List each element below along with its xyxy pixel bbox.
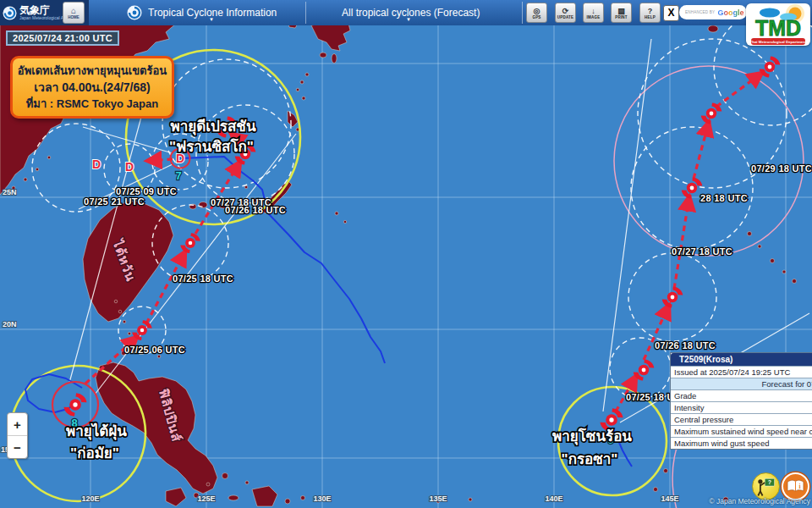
storm-info-forecast-time: Forecast for 07/26 18 UTC <box>671 378 812 389</box>
depression-marker: D <box>92 157 101 171</box>
svg-text:พายุดีเปรสชัน: พายุดีเปรสชัน <box>170 118 255 135</box>
svg-text:พายุโซนร้อน: พายุโซนร้อน <box>552 428 632 445</box>
update-button[interactable]: ⟳ UPDATE <box>555 3 576 23</box>
notice-line-2: เวลา 04.00น.(24/7/68) <box>14 79 170 96</box>
svg-text:07/25 09 UTC: 07/25 09 UTC <box>116 186 177 196</box>
nav-tropical-cyclone-information[interactable]: Tropical Cyclone Information <box>127 0 277 25</box>
top-navigation-bar: 気象庁 Japan Meteorological Agency ⌂ HOME T… <box>0 0 812 25</box>
svg-text:20N: 20N <box>3 320 17 329</box>
svg-text:07/25 18 UTC: 07/25 18 UTC <box>173 273 233 284</box>
notice-line-3: ที่มา : RSMC Tokyo Japan <box>14 96 170 112</box>
tmd-caption: Thai Meteorological Department <box>750 40 807 44</box>
header-divider <box>522 2 523 24</box>
storm-info-issued: Issued at 2025/07/24 19:25 UTC <box>671 366 812 378</box>
svg-text:"กรอซา": "กรอซา" <box>562 451 618 467</box>
chevron-down-icon[interactable]: ▼ <box>209 17 214 22</box>
svg-text:07/25 21 UTC: 07/25 21 UTC <box>84 196 145 207</box>
svg-text:140E: 140E <box>545 494 562 503</box>
person-board-icon: ? <box>754 474 778 499</box>
thai-update-notice: อัพเดทเส้นทางพายุหมุนเขตร้อน เวลา 04.00น… <box>10 56 174 119</box>
home-label: HOME <box>68 15 80 19</box>
chevron-down-icon[interactable]: ▼ <box>406 17 411 22</box>
svg-text:พายุไต้ฝุ่น: พายุไต้ฝุ่น <box>66 422 127 440</box>
svg-text:07/25 06 UTC: 07/25 06 UTC <box>124 345 185 355</box>
svg-text:125E: 125E <box>197 494 215 503</box>
storm-info-panel: T2509(Krosa) Issued at 2025/07/24 19:25 … <box>670 352 812 450</box>
site-search-input[interactable]: ENHANCED BY Google <box>679 5 747 19</box>
map-timestamp: 2025/07/24 21:00 UTC <box>6 30 119 46</box>
storm-number-7: 7 <box>175 169 181 182</box>
cyclone-icon <box>127 5 142 20</box>
svg-text:120E: 120E <box>81 494 99 503</box>
svg-text:130E: 130E <box>313 494 331 503</box>
print-button[interactable]: ▤ PRINT <box>611 3 632 23</box>
search-prefix-label: ENHANCED BY <box>685 10 715 14</box>
svg-text:?: ? <box>768 479 771 485</box>
zoom-out-button[interactable]: − <box>8 435 27 458</box>
x-share-button[interactable]: X <box>663 5 679 21</box>
svg-text:07/26 18 UTC: 07/26 18 UTC <box>655 340 716 351</box>
copyright-attribution: © Japan Meteorological Agency <box>709 497 810 505</box>
google-logo: Google <box>717 8 743 17</box>
help-icon: ? <box>648 7 653 15</box>
svg-text:28 18 UTC: 28 18 UTC <box>700 193 748 203</box>
svg-text:07/27 18 UTC: 07/27 18 UTC <box>672 246 732 257</box>
svg-text:25N: 25N <box>3 188 17 196</box>
help-button[interactable]: ? HELP <box>639 3 661 23</box>
svg-text:07/26 18 UTC: 07/26 18 UTC <box>225 205 286 215</box>
svg-text:"ฟรานซิสโก": "ฟรานซิสโก" <box>169 138 254 155</box>
storm-info-row-gust: Maximum wind gust speed <box>671 437 812 449</box>
home-icon: ⌂ <box>71 7 76 15</box>
storm-info-row-max-wind: Maximum sustained wind speed near center <box>671 425 812 437</box>
home-button[interactable]: ⌂ HOME <box>63 2 85 24</box>
gps-icon: ◎ <box>534 7 540 15</box>
tmd-logo: TMD Thai Meteorological Department <box>746 3 810 46</box>
tmd-letters: TMD <box>755 16 801 40</box>
storm-info-row-intensity: Intensity <box>671 401 812 413</box>
storm-info-title: T2509(Krosa) <box>671 353 812 366</box>
download-icon: ↓ <box>591 7 595 15</box>
depression-marker: D <box>125 160 134 174</box>
notice-line-1: อัพเดทเส้นทางพายุหมุนเขตร้อน <box>14 63 170 79</box>
book-icon: i <box>784 475 807 498</box>
svg-text:145E: 145E <box>661 494 678 503</box>
svg-text:135E: 135E <box>429 494 447 503</box>
svg-text:07/29 18 UTC: 07/29 18 UTC <box>751 163 812 174</box>
jma-logo-icon <box>3 6 17 20</box>
svg-text:"ก่อมัย": "ก่อมัย" <box>70 445 119 461</box>
gps-button[interactable]: ◎ GPS <box>526 3 547 23</box>
svg-text:i: i <box>798 483 800 490</box>
header-divider <box>305 2 306 24</box>
map-zoom-control: + − <box>7 412 28 459</box>
print-icon: ▤ <box>617 7 625 15</box>
zoom-in-button[interactable]: + <box>8 413 27 435</box>
update-icon: ⟳ <box>562 7 569 15</box>
storm-info-row-grade: Grade <box>671 389 812 401</box>
storm-info-row-pressure: Central pressure <box>671 413 812 425</box>
image-download-button[interactable]: ↓ IMAGE <box>583 3 604 23</box>
